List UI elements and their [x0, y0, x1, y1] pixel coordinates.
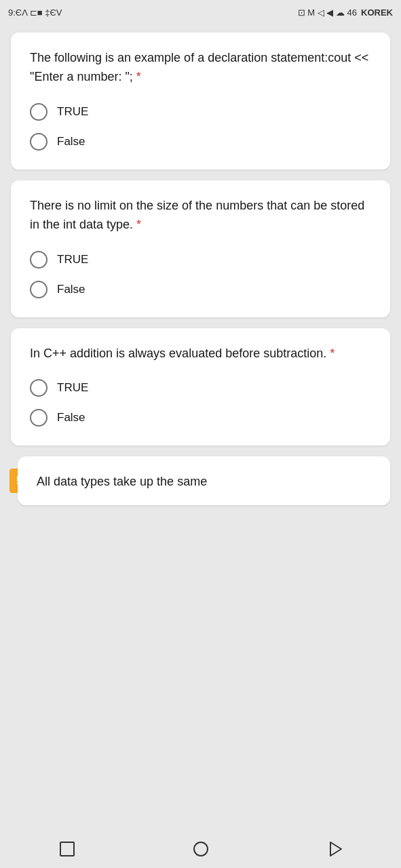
- option-label-q1-true: TRUE: [57, 105, 88, 119]
- options-1: TRUE False: [30, 103, 371, 151]
- option-q2-false[interactable]: False: [30, 281, 371, 298]
- radio-q2-false[interactable]: [30, 281, 47, 298]
- status-right: ⊡ M ◁ ◀ ☁ 46 KOREK: [298, 7, 393, 18]
- svg-rect-0: [60, 842, 74, 856]
- status-bar: 9:ЄΛ ⊏■ ‡ЄV ⊡ M ◁ ◀ ☁ 46 KOREK: [0, 0, 401, 24]
- status-icons: ⊡ M ◁ ◀ ☁ 46: [298, 7, 357, 18]
- option-label-q3-true: TRUE: [57, 381, 88, 395]
- option-q1-false[interactable]: False: [30, 133, 371, 151]
- radio-q3-true[interactable]: [30, 379, 47, 397]
- question-text-3: In C++ addition is always evaluated befo…: [30, 344, 371, 363]
- square-icon: [58, 840, 77, 859]
- svg-point-1: [194, 842, 208, 856]
- nav-circle-button[interactable]: [186, 834, 216, 864]
- circle-icon: [191, 840, 210, 859]
- radio-q3-false[interactable]: [30, 409, 47, 427]
- options-2: TRUE False: [30, 251, 371, 298]
- question-text-1: The following is an example of a declara…: [30, 49, 371, 87]
- radio-q1-true[interactable]: [30, 103, 47, 121]
- question-text-2: There is no limit on the size of the num…: [30, 197, 371, 235]
- option-q3-true[interactable]: TRUE: [30, 379, 371, 397]
- option-q1-true[interactable]: TRUE: [30, 103, 371, 121]
- question-card-2: There is no limit on the size of the num…: [11, 180, 390, 317]
- partial-card-wrapper: ! All data types take up the same: [11, 456, 390, 505]
- question-card-3: In C++ addition is always evaluated befo…: [11, 328, 390, 446]
- option-q2-true[interactable]: TRUE: [30, 251, 371, 269]
- question-card-1: The following is an example of a declara…: [11, 33, 390, 170]
- carrier-name: KOREK: [361, 7, 393, 18]
- option-label-q1-false: False: [57, 135, 85, 149]
- option-label-q2-false: False: [57, 283, 85, 296]
- partial-question-text: All data types take up the same: [37, 473, 371, 492]
- radio-q2-true[interactable]: [30, 251, 47, 269]
- required-star-1: *: [136, 70, 141, 83]
- options-3: TRUE False: [30, 379, 371, 427]
- radio-q1-false[interactable]: [30, 133, 47, 151]
- triangle-icon: [325, 840, 344, 859]
- required-star-2: *: [136, 218, 141, 231]
- bottom-nav: [0, 830, 401, 868]
- nav-triangle-button[interactable]: [320, 834, 349, 864]
- option-label-q2-true: TRUE: [57, 253, 88, 267]
- option-label-q3-false: False: [57, 411, 85, 425]
- nav-square-button[interactable]: [52, 834, 82, 864]
- content-area: The following is an example of a declara…: [0, 24, 401, 830]
- option-q3-false[interactable]: False: [30, 409, 371, 427]
- svg-marker-2: [330, 842, 341, 856]
- required-star-3: *: [330, 347, 335, 360]
- partial-card: All data types take up the same: [18, 456, 390, 505]
- status-left: 9:ЄΛ ⊏■ ‡ЄV: [8, 7, 62, 18]
